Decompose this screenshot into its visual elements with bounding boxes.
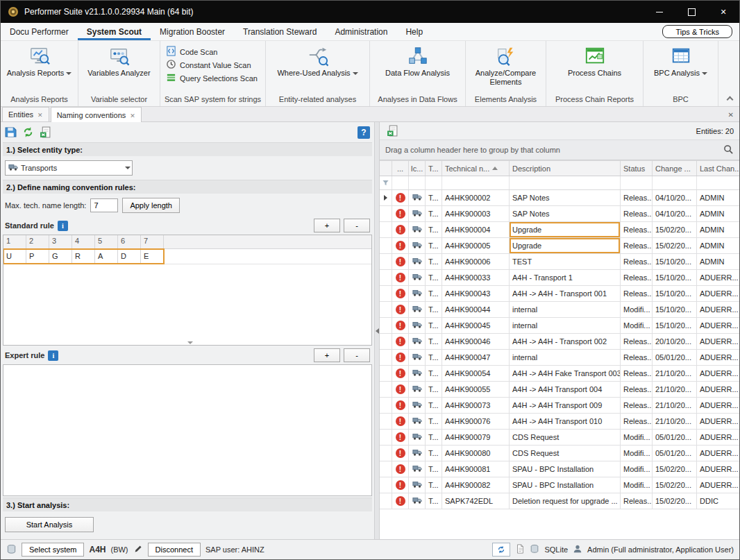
maximize-button[interactable] [675, 1, 707, 23]
data-flow-analysis-button[interactable]: Data Flow Analysis [370, 44, 465, 79]
table-row[interactable]: T... A4HK900004 Upgrade Releas... 15/02/… [380, 222, 739, 238]
rule-column-header[interactable]: 1 [3, 235, 26, 249]
export-icon[interactable] [387, 125, 398, 137]
table-row[interactable]: T... A4HK900045 internal Modifi... 15/10… [380, 318, 739, 334]
column-header-type[interactable]: T... [426, 161, 442, 176]
filter-cell[interactable] [442, 176, 510, 189]
column-header-technical-name[interactable]: Technical n... [442, 161, 510, 176]
table-row[interactable]: T... A4HK900044 internal Modifi... 15/10… [380, 302, 739, 318]
ribbon-tab[interactable]: Migration Booster [151, 23, 234, 40]
table-row[interactable]: T... SAPK742EDL Deletion request for upg… [380, 493, 739, 509]
remove-expert-rule-button[interactable]: - [344, 348, 370, 362]
rule-cell[interactable]: A [95, 249, 118, 264]
table-row[interactable]: T... A4HK900081 SPAU - BPC Installation … [380, 461, 739, 477]
group-by-bar[interactable]: Drag a column header here to group by th… [380, 139, 739, 160]
select-system-button[interactable]: Select system [22, 543, 84, 557]
info-icon[interactable] [58, 221, 68, 231]
column-header-status[interactable]: Status [621, 161, 653, 176]
rule-cell[interactable]: U [3, 249, 26, 264]
where-used-analysis-button[interactable]: Where-Used Analysis [266, 44, 369, 79]
document-tab[interactable]: Entities [2, 107, 49, 121]
filter-cell[interactable] [409, 176, 426, 189]
table-row[interactable]: T... A4HK900073 A4H -> A4H Transport 009… [380, 398, 739, 414]
table-row[interactable]: T... A4HK900003 SAP Notes Releas... 04/1… [380, 206, 739, 222]
rule-column-header[interactable]: 6 [118, 235, 141, 249]
rule-column-header[interactable]: 2 [26, 235, 49, 249]
info-icon[interactable] [48, 350, 58, 361]
max-length-input[interactable] [90, 198, 118, 212]
table-row[interactable]: T... A4HK900006 TEST Releas... 15/10/20.… [380, 254, 739, 270]
table-row[interactable]: T... A4HK900043 A4H -> A4H - Transport 0… [380, 286, 739, 302]
apply-length-button[interactable]: Apply length [122, 198, 180, 213]
collapse-ribbon-icon[interactable] [727, 96, 734, 103]
table-row[interactable]: T... A4HK900054 A4H -> A4H Fake Transpor… [380, 366, 739, 382]
rule-column-header[interactable]: 5 [95, 235, 118, 249]
help-icon[interactable] [358, 126, 370, 139]
close-button[interactable] [707, 1, 739, 23]
variables-analyzer-button[interactable]: Variables Analyzer [78, 44, 160, 79]
analysis-reports-button[interactable]: Analysis Reports [1, 44, 78, 79]
rule-cell[interactable]: E [141, 249, 164, 264]
constant-value-scan-button[interactable]: Constant Value Scan [166, 58, 251, 71]
analyze-compare-elements-button[interactable]: Analyze/Compare Elements [466, 44, 546, 88]
ribbon-tab[interactable]: System Scout [78, 23, 151, 40]
table-row[interactable]: T... A4HK900079 CDS Request Modifi... 05… [380, 430, 739, 446]
table-row[interactable]: T... A4HK900076 A4H -> A4H Transport 010… [380, 414, 739, 430]
export-icon[interactable] [40, 126, 51, 138]
rule-column-header[interactable]: 4 [72, 235, 95, 249]
close-tab-strip-icon[interactable] [728, 110, 734, 119]
save-icon[interactable] [5, 126, 17, 138]
rule-column-header[interactable]: 3 [49, 235, 72, 249]
table-row[interactable]: T... A4HK900080 CDS Request Modifi... 05… [380, 446, 739, 461]
column-header-icon[interactable]: Ic... [409, 161, 426, 176]
table-row[interactable]: T... A4HK900047 internal Releas... 05/01… [380, 350, 739, 366]
table-row[interactable]: T... A4HK900002 SAP Notes Releas... 04/1… [380, 190, 739, 206]
table-row[interactable]: T... A4HK900055 A4H -> A4H Transport 004… [380, 382, 739, 398]
document-tab[interactable]: Naming conventions [51, 107, 142, 122]
rule-cell[interactable]: R [72, 249, 95, 264]
ribbon-tab[interactable]: Docu Performer [1, 23, 78, 40]
column-header-description[interactable]: Description [510, 161, 621, 176]
filter-cell[interactable] [621, 176, 653, 189]
remove-standard-rule-button[interactable]: - [344, 219, 370, 232]
start-analysis-button[interactable]: Start Analysis [5, 517, 94, 532]
collapse-arrow-icon[interactable] [187, 341, 193, 344]
add-expert-rule-button[interactable]: + [314, 348, 340, 362]
ribbon-tab[interactable]: Administration [326, 23, 396, 40]
column-header-state[interactable]: ... [392, 161, 409, 176]
table-row[interactable]: T... A4HK900046 A4H -> A4H - Transport 0… [380, 334, 739, 350]
column-header-change-date[interactable]: Change ... [653, 161, 697, 176]
code-scan-button[interactable]: Code Scan [166, 45, 217, 58]
filter-cell[interactable] [392, 176, 409, 189]
refresh-icon[interactable] [22, 126, 34, 138]
filter-cell[interactable] [510, 176, 621, 189]
entity-type-dropdown[interactable]: Transports [5, 160, 133, 176]
filter-cell[interactable] [426, 176, 442, 189]
pin-icon[interactable] [133, 544, 143, 555]
close-tab-icon[interactable] [130, 111, 135, 119]
ribbon-tab[interactable]: Help [396, 23, 432, 40]
rule-cell[interactable]: G [49, 249, 72, 264]
filter-cell[interactable] [697, 176, 739, 189]
filter-cell[interactable] [653, 176, 697, 189]
rule-cell[interactable]: P [26, 249, 49, 264]
disconnect-button[interactable]: Disconnect [148, 543, 201, 557]
query-selections-scan-button[interactable]: Query Selections Scan [166, 71, 258, 85]
ribbon-tab[interactable]: Translation Steward [234, 23, 326, 40]
panel-splitter[interactable] [374, 122, 380, 539]
table-row[interactable]: T... A4HK900005 Upgrade Releas... 15/02/… [380, 238, 739, 254]
table-row[interactable]: T... A4HK900033 A4H - Transport 1 Releas… [380, 270, 739, 286]
table-row[interactable]: T... A4HK900082 SPAU - BPC Installation … [380, 477, 739, 493]
column-header-last-changed[interactable]: Last Chan... [697, 161, 739, 176]
expert-rule-area[interactable] [3, 364, 372, 496]
refresh-status-button[interactable] [492, 543, 510, 557]
close-tab-icon[interactable] [37, 110, 43, 119]
process-chains-button[interactable]: Process Chains [546, 44, 643, 79]
rule-column-header[interactable]: 7 [141, 235, 164, 249]
log-icon[interactable] [515, 544, 525, 555]
rule-cell[interactable]: D [118, 249, 141, 264]
tips-and-tricks-button[interactable]: Tips & Tricks [662, 25, 732, 38]
bpc-analysis-button[interactable]: BPC Analysis [644, 44, 718, 79]
search-icon[interactable] [723, 144, 734, 156]
minimize-button[interactable] [644, 1, 675, 23]
